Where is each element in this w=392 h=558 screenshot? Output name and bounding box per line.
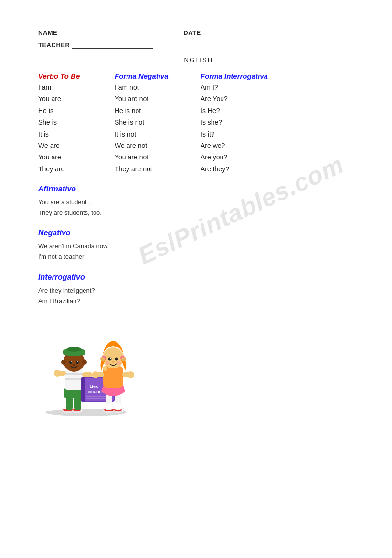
svg-rect-42 [106, 403, 112, 409]
svg-rect-11 [65, 373, 83, 375]
section-content-2: Are they inteliggent?Am I Brazilian? [38, 285, 354, 306]
section-line: They are students, too. [38, 208, 354, 218]
svg-point-60 [121, 357, 126, 361]
teacher-row: TEACHER [38, 41, 354, 49]
svg-point-20 [69, 361, 72, 364]
illustration: Livro DIDÁTICO [38, 321, 143, 416]
svg-point-15 [54, 370, 61, 377]
verb-cell-0-negative: I am not [115, 82, 201, 93]
verb-cell-2-negative: He is not [115, 105, 201, 116]
section-title-1: Negativo [38, 229, 354, 237]
svg-point-19 [66, 347, 82, 352]
verb-cell-4-affirmative: It is [38, 129, 115, 139]
svg-point-61 [103, 366, 107, 371]
verb-cell-3-negative: She is not [115, 117, 201, 127]
verb-cell-6-interrogative: Are you? [201, 152, 296, 162]
date-underline [203, 29, 265, 36]
verb-cell-6-affirmative: You are [38, 152, 115, 162]
verb-cell-3-affirmative: She is [38, 117, 115, 127]
svg-text:Livro: Livro [90, 384, 99, 389]
svg-rect-12 [65, 378, 83, 380]
svg-rect-43 [115, 403, 121, 409]
verb-table-header: Verbo To Be Forma Negativa Forma Interro… [38, 72, 354, 80]
subject-title: ENGLISH [38, 56, 354, 63]
section-content-0: You are a student .They are students, to… [38, 197, 354, 218]
section-content-1: We aren't in Canada now.I'm not a teache… [38, 241, 354, 262]
col-head-affirmative: Verbo To Be [38, 72, 115, 80]
section-line: Am I Brazilian? [38, 296, 354, 306]
verb-cell-5-negative: We are not [115, 140, 201, 151]
svg-point-25 [82, 360, 87, 365]
illustration-svg: Livro DIDÁTICO [38, 321, 143, 416]
verb-cell-2-affirmative: He is [38, 105, 115, 116]
verb-cell-6-negative: You are not [115, 152, 201, 162]
header-row1: NAME DATE [38, 29, 354, 36]
verb-cell-3-interrogative: Is she? [201, 117, 296, 127]
teacher-underline [72, 41, 153, 49]
verb-cell-0-affirmative: I am [38, 82, 115, 93]
svg-point-22 [71, 361, 72, 362]
svg-point-24 [61, 360, 66, 365]
teacher-label: TEACHER [38, 42, 70, 49]
svg-point-21 [76, 361, 79, 364]
section-line: Are they inteliggent? [38, 285, 354, 296]
svg-point-54 [110, 358, 111, 358]
verb-cell-1-interrogative: Are You? [201, 94, 296, 104]
verb-table-body: I amI am notAm I?You areYou are notAre Y… [38, 82, 354, 174]
verb-cell-1-negative: You are not [115, 94, 201, 104]
svg-point-56 [106, 361, 109, 365]
verb-cell-5-interrogative: Are we? [201, 140, 296, 151]
sections-container: AfirmativoYou are a student .They are st… [38, 185, 354, 306]
name-underline [59, 29, 145, 36]
verb-cell-4-interrogative: Is it? [201, 129, 296, 139]
verb-cell-7-affirmative: They are [38, 164, 115, 174]
section-line: I'm not a teacher. [38, 252, 354, 262]
svg-rect-14 [82, 372, 93, 377]
section-title-0: Afirmativo [38, 185, 354, 193]
verb-cell-7-interrogative: Are they? [201, 164, 296, 174]
section-line: You are a student . [38, 197, 354, 208]
section-title-2: Interrogativo [38, 273, 354, 282]
svg-point-59 [100, 357, 105, 361]
verb-cell-4-negative: It is not [115, 129, 201, 139]
svg-point-58 [112, 361, 115, 363]
verb-cell-5-affirmative: We are [38, 140, 115, 151]
section-line: We aren't in Canada now. [38, 241, 354, 252]
teacher-field: TEACHER [38, 41, 153, 49]
name-label: NAME [38, 29, 57, 36]
col-head-interrogative: Forma Interrogativa [201, 72, 296, 80]
name-field: NAME [38, 29, 145, 36]
svg-rect-29 [81, 377, 85, 402]
svg-point-23 [77, 361, 78, 362]
page: EslPrintables.com NAME DATE TEACHER ENGL… [38, 29, 354, 416]
svg-point-53 [115, 357, 118, 360]
verb-cell-2-interrogative: Is He? [201, 105, 296, 116]
svg-point-48 [127, 371, 134, 378]
verb-cell-1-affirmative: You are [38, 94, 115, 104]
svg-point-52 [108, 357, 112, 360]
svg-point-55 [117, 358, 117, 358]
svg-point-26 [73, 364, 75, 366]
col-head-negative: Forma Negativa [115, 72, 201, 80]
verb-cell-7-negative: They are not [115, 164, 201, 174]
svg-point-47 [92, 371, 99, 378]
verb-cell-0-interrogative: Am I? [201, 82, 296, 93]
date-label: DATE [183, 29, 201, 36]
svg-point-57 [117, 361, 121, 365]
date-field: DATE [183, 29, 265, 36]
